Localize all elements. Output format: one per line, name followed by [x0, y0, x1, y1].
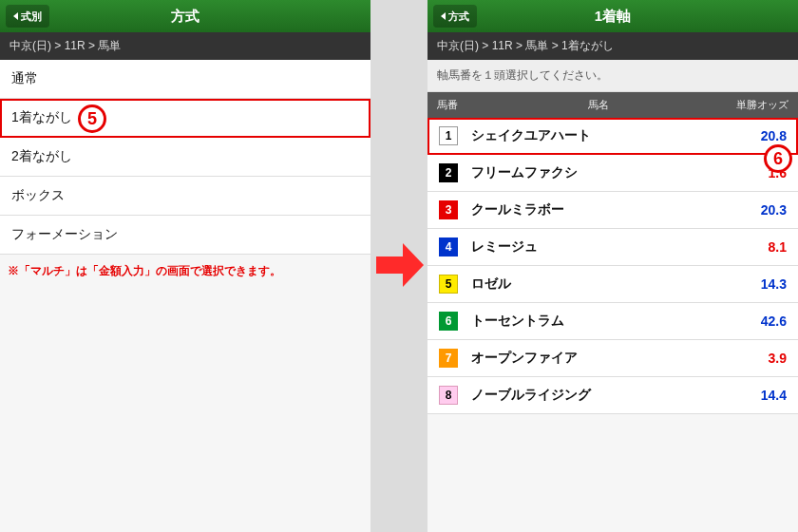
step-badge-6: 6: [764, 144, 792, 173]
method-row[interactable]: ボックス: [0, 177, 370, 216]
horse-odds: 8.1: [730, 239, 787, 255]
method-label: 1着ながし: [11, 109, 72, 126]
horse-number: 4: [439, 238, 458, 256]
back-label: 式別: [21, 10, 42, 24]
back-button[interactable]: 式別: [6, 5, 49, 28]
horse-row[interactable]: 1シェイクユアハート20.8: [428, 118, 798, 155]
horse-name: トーセントラム: [471, 313, 730, 330]
breadcrumb: 中京(日) > 11R > 馬単: [0, 32, 370, 60]
header: 式別 方式: [0, 0, 370, 32]
horse-row[interactable]: 7オープンファイア3.9: [428, 340, 798, 377]
horse-odds: 3.9: [730, 351, 787, 366]
horse-list: 1シェイクユアハート20.82フリームファクシ1.63クールミラボー20.34レ…: [428, 118, 798, 414]
horse-name: ノーブルライジング: [471, 387, 730, 404]
instruction-text: 軸馬番を１頭選択してください。: [428, 60, 798, 92]
table-header: 馬番 馬名 単勝オッズ: [428, 92, 798, 118]
horse-row[interactable]: 6トーセントラム42.6: [428, 303, 798, 340]
method-row[interactable]: 通常: [0, 60, 370, 99]
horse-number: 8: [439, 386, 458, 405]
method-label: フォーメーション: [11, 226, 118, 243]
horse-number: 3: [439, 200, 458, 219]
method-row[interactable]: 2着ながし: [0, 138, 370, 177]
col-odds: 単勝オッズ: [722, 98, 788, 112]
screen-axis: 方式 1着軸 中京(日) > 11R > 馬単 > 1着ながし 軸馬番を１頭選択…: [428, 0, 798, 532]
horse-row[interactable]: 3クールミラボー20.3: [428, 192, 798, 229]
back-label: 方式: [448, 10, 469, 24]
horse-number: 6: [439, 312, 458, 331]
method-list: 通常1着ながし2着ながしボックスフォーメーション: [0, 60, 370, 255]
col-num: 馬番: [437, 98, 475, 112]
horse-row[interactable]: 2フリームファクシ1.6: [428, 155, 798, 192]
screen-method: 式別 方式 中京(日) > 11R > 馬単 通常1着ながし2着ながしボックスフ…: [0, 0, 370, 532]
horse-number: 1: [439, 126, 458, 145]
horse-row[interactable]: 4レミージュ8.1: [428, 229, 798, 266]
horse-odds: 14.4: [730, 388, 787, 403]
horse-name: レミージュ: [471, 238, 730, 256]
method-row[interactable]: フォーメーション: [0, 216, 370, 255]
horse-name: フリームファクシ: [471, 164, 730, 181]
horse-number: 5: [439, 275, 458, 294]
horse-odds: 20.3: [730, 202, 787, 218]
horse-odds: 14.3: [730, 276, 787, 292]
breadcrumb: 中京(日) > 11R > 馬単 > 1着ながし: [428, 32, 798, 60]
method-label: 通常: [11, 70, 38, 87]
header: 方式 1着軸: [428, 0, 798, 32]
method-label: ボックス: [11, 187, 65, 204]
note-text: ※「マルチ」は「金額入力」の画面で選択できます。: [0, 255, 370, 288]
horse-name: ロゼル: [471, 276, 730, 293]
page-title: 方式: [171, 8, 200, 26]
arrow-icon: [376, 243, 422, 287]
horse-number: 2: [439, 163, 458, 182]
col-name: 馬名: [475, 98, 722, 112]
step-badge-5: 5: [78, 104, 106, 133]
horse-row[interactable]: 8ノーブルライジング14.4: [428, 377, 798, 414]
horse-odds: 20.8: [730, 128, 787, 143]
horse-name: オープンファイア: [471, 350, 730, 367]
horse-odds: 42.6: [730, 314, 787, 329]
horse-name: シェイクユアハート: [471, 127, 730, 144]
page-title: 1着軸: [595, 8, 631, 26]
back-button[interactable]: 方式: [433, 5, 477, 28]
method-row[interactable]: 1着ながし: [0, 99, 370, 138]
method-label: 2着ながし: [11, 148, 72, 165]
horse-number: 7: [439, 349, 458, 368]
horse-name: クールミラボー: [471, 201, 730, 218]
horse-row[interactable]: 5ロゼル14.3: [428, 266, 798, 303]
